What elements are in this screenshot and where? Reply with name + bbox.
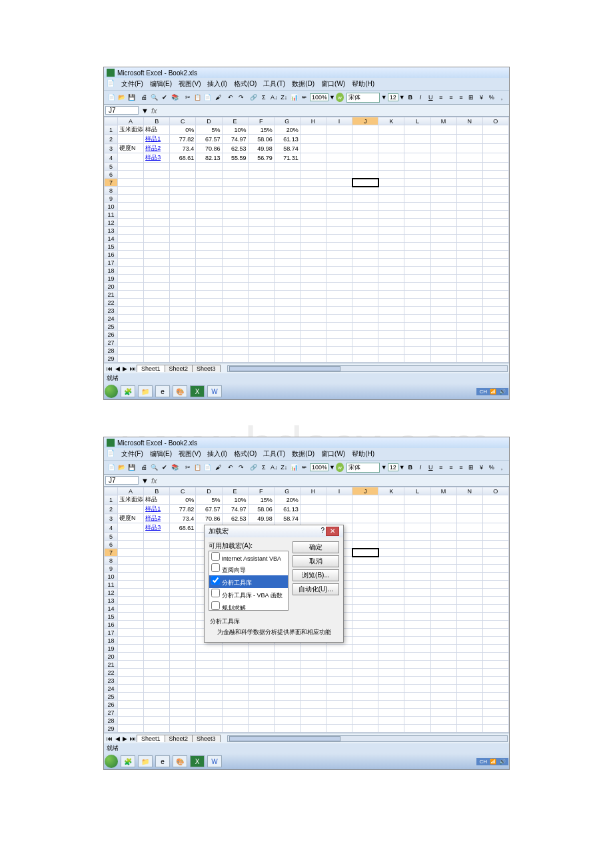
menu-file[interactable]: 文件(F) bbox=[121, 449, 143, 459]
percent-icon[interactable]: % bbox=[487, 462, 496, 473]
list-item[interactable]: 分析工具库 bbox=[209, 575, 288, 588]
list-item[interactable]: 分析工具库 - VBA 函数 bbox=[209, 588, 288, 601]
menu-insert[interactable]: 插入(I) bbox=[207, 79, 227, 89]
menu-help[interactable]: 帮助(H) bbox=[352, 449, 374, 459]
excel-task-icon[interactable]: X bbox=[190, 755, 205, 767]
copy-icon[interactable]: 📋 bbox=[193, 462, 203, 473]
align-right-icon[interactable]: ≡ bbox=[456, 92, 466, 103]
save-icon[interactable]: 💾 bbox=[127, 92, 136, 103]
task-icon[interactable]: 🧩 bbox=[121, 385, 135, 397]
italic-icon[interactable]: I bbox=[416, 462, 425, 473]
system-tray[interactable]: CH 📶 🔊 bbox=[476, 758, 508, 765]
sort-desc-icon[interactable]: Z↓ bbox=[279, 462, 289, 473]
tab-next-icon[interactable]: ▶ bbox=[121, 365, 129, 372]
h-scrollbar[interactable] bbox=[227, 735, 508, 742]
zoom-input[interactable]: 100% bbox=[310, 93, 328, 101]
taskbar[interactable]: 🧩 📁 e 🎨 X W CH 📶 🔊 bbox=[104, 383, 509, 399]
checkbox[interactable] bbox=[211, 589, 220, 597]
drawing-icon[interactable]: ✏ bbox=[300, 462, 309, 473]
font-selector[interactable]: 宋体 bbox=[346, 93, 380, 103]
fx-icon[interactable]: fx bbox=[151, 477, 157, 485]
cancel-button[interactable]: 取消 bbox=[293, 555, 339, 567]
redo-icon[interactable]: ↷ bbox=[236, 462, 245, 473]
font-selector[interactable]: 宋体 bbox=[346, 463, 380, 473]
spell-icon[interactable]: ✔ bbox=[160, 92, 169, 103]
word-task-icon[interactable]: W bbox=[207, 755, 222, 767]
tab-sheet1[interactable]: Sheet1 bbox=[137, 365, 165, 372]
menu-format[interactable]: 格式(O) bbox=[234, 449, 257, 459]
menu-window[interactable]: 窗口(W) bbox=[321, 449, 345, 459]
menu-edit[interactable]: 编辑(E) bbox=[150, 79, 172, 89]
menu-format[interactable]: 格式(O) bbox=[234, 79, 257, 89]
save-icon[interactable]: 💾 bbox=[127, 462, 136, 473]
comma-icon[interactable]: , bbox=[497, 462, 506, 473]
name-box[interactable]: J7 bbox=[105, 106, 139, 115]
task-icon[interactable]: 🧩 bbox=[121, 755, 135, 767]
chart-icon[interactable]: 📊 bbox=[289, 462, 299, 473]
checkbox[interactable] bbox=[211, 563, 220, 572]
new-icon[interactable]: 📄 bbox=[107, 462, 116, 473]
link-icon[interactable]: 🔗 bbox=[249, 92, 259, 103]
italic-icon[interactable]: I bbox=[416, 92, 425, 103]
currency-icon[interactable]: ¥ bbox=[476, 462, 486, 473]
undo-icon[interactable]: ↶ bbox=[226, 92, 235, 103]
research-icon[interactable]: 📚 bbox=[170, 92, 179, 103]
ie-icon[interactable]: e bbox=[155, 755, 170, 767]
preview-icon[interactable]: 🔍 bbox=[150, 92, 159, 103]
explorer-icon[interactable]: 📁 bbox=[138, 755, 153, 767]
list-item[interactable]: 查阅向导 bbox=[209, 563, 288, 575]
menu-window[interactable]: 窗口(W) bbox=[321, 79, 345, 89]
checkbox[interactable] bbox=[211, 601, 220, 610]
tab-next-icon[interactable]: ▶ bbox=[121, 735, 129, 742]
underline-icon[interactable]: U bbox=[426, 92, 435, 103]
browse-button[interactable]: 浏览(B)... bbox=[293, 569, 339, 581]
cut-icon[interactable]: ✂ bbox=[183, 462, 192, 473]
tab-prev-icon[interactable]: ◀ bbox=[114, 365, 121, 372]
paste-icon[interactable]: 📄 bbox=[203, 92, 213, 103]
close-icon[interactable]: ✕ bbox=[326, 527, 339, 536]
tab-sheet3[interactable]: Sheet3 bbox=[192, 735, 221, 742]
go-button[interactable]: w bbox=[336, 463, 344, 472]
word-task-icon[interactable]: W bbox=[207, 385, 222, 397]
sum-icon[interactable]: Σ bbox=[259, 462, 269, 473]
spreadsheet-grid[interactable]: ABCDEFGHIJKLMNO1玉米面添加量样品0%5%10%15%20%2样品… bbox=[104, 117, 509, 363]
merge-icon[interactable]: ⊞ bbox=[466, 92, 476, 103]
toolbar[interactable]: 📄 📂 💾 🖨 🔍 ✔ 📚 ✂ 📋 📄 🖌 ↶ ↷ 🔗 Σ A↓ Z↓ 📊 ✏ … bbox=[104, 90, 509, 105]
align-center-icon[interactable]: ≡ bbox=[446, 462, 456, 473]
tab-prev-icon[interactable]: ◀ bbox=[114, 735, 121, 742]
go-button[interactable]: w bbox=[336, 93, 344, 102]
link-icon[interactable]: 🔗 bbox=[249, 462, 259, 473]
checkbox[interactable] bbox=[211, 576, 220, 585]
automation-button[interactable]: 自动化(U)... bbox=[293, 583, 339, 595]
spell-icon[interactable]: ✔ bbox=[160, 462, 169, 473]
addins-listbox[interactable]: Internet Assistant VBA 查阅向导 分析工具库 分析工具库 … bbox=[209, 551, 289, 611]
open-icon[interactable]: 📂 bbox=[117, 92, 126, 103]
new-icon[interactable]: 📄 bbox=[107, 92, 116, 103]
sheet-tabs[interactable]: ⏮ ◀ ▶ ⏭ Sheet1 Sheet2 Sheet3 bbox=[104, 363, 509, 373]
tab-first-icon[interactable]: ⏮ bbox=[105, 365, 114, 372]
undo-icon[interactable]: ↶ bbox=[226, 462, 235, 473]
cut-icon[interactable]: ✂ bbox=[183, 92, 192, 103]
merge-icon[interactable]: ⊞ bbox=[466, 462, 476, 473]
name-box[interactable]: J7 bbox=[105, 476, 139, 485]
menu-data[interactable]: 数据(D) bbox=[292, 449, 314, 459]
sort-asc-icon[interactable]: A↓ bbox=[269, 92, 279, 103]
menu-tools[interactable]: 工具(T) bbox=[263, 79, 285, 89]
menu-handle[interactable]: 📄 bbox=[107, 79, 115, 89]
bold-icon[interactable]: B bbox=[406, 92, 415, 103]
menu-view[interactable]: 视图(V) bbox=[179, 79, 201, 89]
align-left-icon[interactable]: ≡ bbox=[436, 462, 445, 473]
menu-edit[interactable]: 编辑(E) bbox=[150, 449, 172, 459]
ie-icon[interactable]: e bbox=[155, 385, 170, 397]
font-size-input[interactable]: 12 bbox=[388, 463, 398, 471]
menu-data[interactable]: 数据(D) bbox=[292, 79, 314, 89]
tab-first-icon[interactable]: ⏮ bbox=[105, 735, 114, 742]
menu-bar[interactable]: 📄 文件(F) 编辑(E) 视图(V) 插入(I) 格式(O) 工具(T) 数据… bbox=[104, 78, 509, 90]
drawing-icon[interactable]: ✏ bbox=[300, 92, 309, 103]
help-icon[interactable]: ? bbox=[320, 527, 324, 536]
system-tray[interactable]: CH 📶 🔊 bbox=[476, 388, 508, 395]
paste-icon[interactable]: 📄 bbox=[203, 462, 213, 473]
list-item[interactable]: Internet Assistant VBA bbox=[209, 551, 288, 563]
format-painter-icon[interactable]: 🖌 bbox=[213, 462, 223, 473]
format-painter-icon[interactable]: 🖌 bbox=[213, 92, 223, 103]
